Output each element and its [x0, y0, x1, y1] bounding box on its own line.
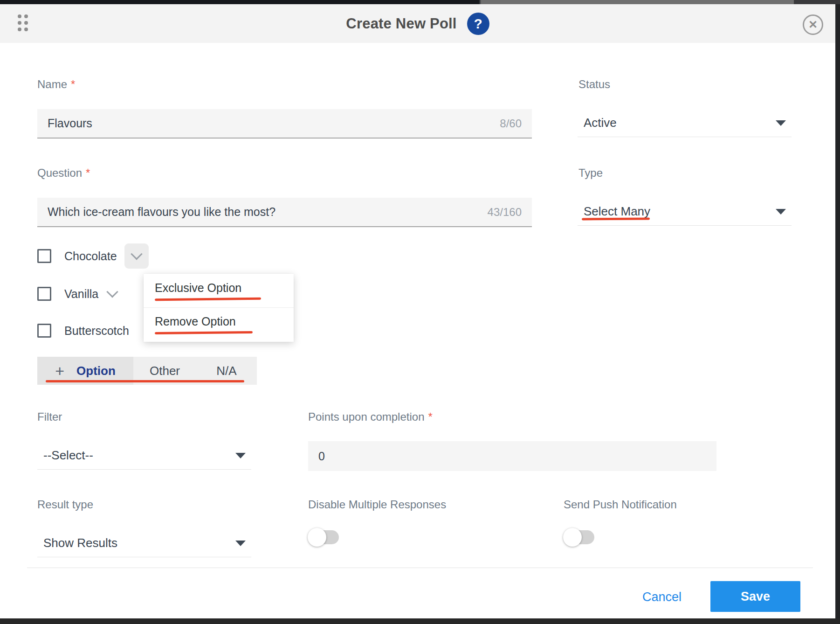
option-menu-button[interactable]	[124, 243, 149, 269]
question-input[interactable]: Which ice-cream flavours you like the mo…	[37, 198, 532, 227]
type-label: Type	[578, 166, 603, 180]
background-page-top-strip	[0, 0, 840, 4]
name-input[interactable]: Flavours 8/60	[37, 109, 532, 139]
result-type-label: Result type	[37, 498, 93, 511]
question-label-text: Question	[37, 166, 82, 179]
help-icon[interactable]: ?	[467, 13, 489, 35]
chevron-down-icon	[131, 248, 142, 260]
required-asterisk: *	[86, 166, 90, 179]
filter-select-value: --Select--	[43, 448, 235, 463]
annotation-underline-type	[582, 217, 650, 220]
status-select-value: Active	[584, 116, 776, 130]
result-type-select-value: Show Results	[43, 536, 235, 550]
screenshot-root: Create New Poll ? ✕ Name* Flavours 8/60 …	[0, 0, 840, 624]
points-input[interactable]: 0	[308, 441, 716, 471]
toggle-knob	[563, 528, 582, 547]
menu-item-remove-option[interactable]: Remove Option	[144, 307, 294, 341]
create-poll-modal: Create New Poll ? ✕ Name* Flavours 8/60 …	[0, 4, 835, 618]
plus-icon: +	[55, 363, 64, 379]
chevron-down-icon	[235, 453, 246, 458]
option-label: Chocolate	[64, 250, 117, 263]
points-label: Points upon completion*	[308, 410, 433, 423]
menu-item-exclusive-option[interactable]: Exclusive Option	[144, 274, 294, 307]
option-context-menu: Exclusive Option Remove Option	[144, 274, 294, 342]
poll-option-row: Chocolate	[37, 243, 149, 270]
option-label: Butterscotch	[64, 324, 129, 338]
save-button[interactable]: Save	[710, 581, 800, 612]
annotation-underline	[155, 297, 261, 300]
add-option-label: Option	[76, 364, 116, 378]
menu-item-label: Remove Option	[155, 315, 282, 328]
chevron-down-icon	[776, 209, 786, 215]
footer-divider	[27, 568, 813, 568]
toggle-knob	[308, 528, 326, 547]
name-label: Name*	[37, 78, 75, 91]
name-input-value: Flavours	[48, 117, 500, 130]
modal-header: Create New Poll ? ✕	[0, 4, 835, 43]
push-notification-toggle[interactable]	[565, 530, 594, 544]
chevron-down-icon	[776, 120, 786, 126]
status-select[interactable]: Active	[578, 109, 792, 137]
disable-multiple-label: Disable Multiple Responses	[308, 498, 446, 511]
close-icon[interactable]: ✕	[803, 14, 823, 35]
result-type-select[interactable]: Show Results	[37, 529, 251, 557]
push-notification-label: Send Push Notification	[564, 498, 677, 511]
type-select-value: Select Many	[584, 204, 776, 219]
menu-item-label: Exclusive Option	[155, 281, 282, 295]
annotation-underline	[155, 331, 253, 334]
required-asterisk: *	[428, 410, 433, 423]
chevron-down-icon	[106, 286, 118, 298]
question-input-value: Which ice-cream flavours you like the mo…	[48, 205, 488, 219]
poll-option-row: Butterscotch	[37, 317, 129, 344]
disable-multiple-toggle[interactable]	[309, 530, 339, 544]
drag-handle-icon[interactable]	[18, 14, 28, 34]
poll-option-row: Vanilla	[37, 280, 124, 307]
background-page-right-strip	[835, 4, 840, 618]
name-char-counter: 8/60	[500, 117, 522, 130]
points-input-value: 0	[318, 450, 706, 463]
checkbox-chocolate[interactable]	[37, 249, 51, 263]
question-char-counter: 43/160	[488, 206, 522, 219]
cancel-button[interactable]: Cancel	[629, 584, 695, 610]
name-label-text: Name	[37, 78, 67, 90]
option-label: Vanilla	[64, 287, 98, 301]
filter-select[interactable]: --Select--	[37, 442, 251, 470]
status-label: Status	[578, 78, 610, 91]
background-page-bottom-strip	[0, 618, 840, 624]
required-asterisk: *	[71, 78, 75, 90]
checkbox-butterscotch[interactable]	[37, 324, 51, 338]
chevron-down-icon	[235, 541, 246, 546]
add-other-label: Other	[150, 364, 180, 378]
question-label: Question*	[37, 166, 90, 180]
annotation-underline-tabs	[46, 380, 244, 382]
page-title: Create New Poll	[346, 15, 456, 32]
add-na-label: N/A	[216, 364, 236, 378]
option-menu-button[interactable]	[100, 281, 124, 306]
type-select[interactable]: Select Many	[578, 198, 792, 226]
checkbox-vanilla[interactable]	[37, 287, 51, 301]
filter-label: Filter	[37, 410, 62, 423]
points-label-text: Points upon completion	[308, 410, 425, 423]
